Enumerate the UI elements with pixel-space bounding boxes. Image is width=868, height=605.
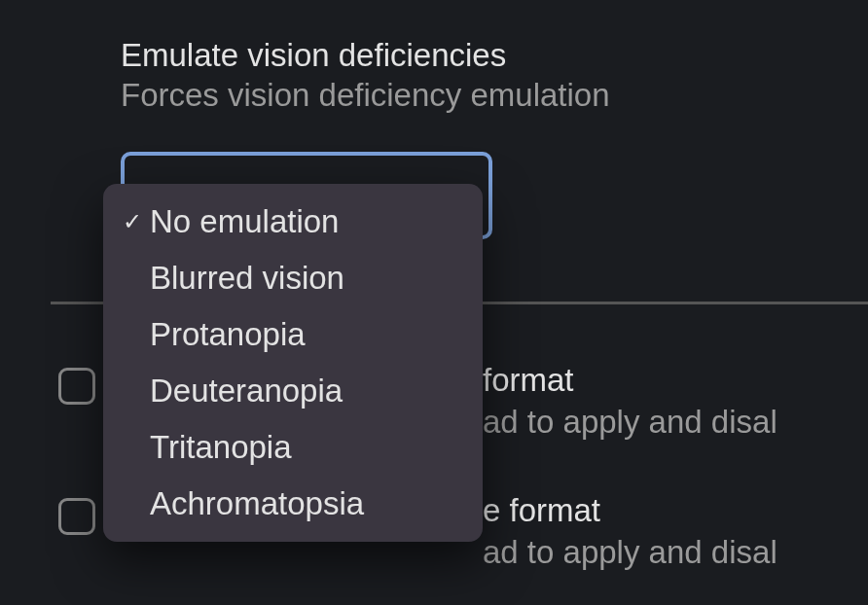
option-text: e format ad to apply and disal (483, 490, 778, 574)
dropdown-item-achromatopsia[interactable]: Achromatopsia (103, 476, 483, 532)
dropdown-item-protanopia[interactable]: Protanopia (103, 306, 483, 363)
dropdown-item-no-emulation[interactable]: ✓ No emulation (103, 194, 483, 250)
dropdown-item-label: Blurred vision (150, 260, 344, 297)
dropdown-item-label: Protanopia (150, 316, 306, 353)
option-title: e format (483, 490, 778, 532)
option-title: format (483, 360, 778, 402)
option-text: format ad to apply and disal (483, 360, 778, 444)
setting-title: Emulate vision deficiencies (121, 35, 868, 75)
checkbox[interactable] (58, 368, 95, 405)
dropdown-item-label: Deuteranopia (150, 373, 343, 409)
checkbox[interactable] (58, 498, 95, 535)
dropdown-item-label: No emulation (150, 203, 339, 240)
dropdown-item-label: Tritanopia (150, 429, 292, 466)
vision-deficiency-dropdown[interactable]: ✓ No emulation Blurred vision Protanopia… (103, 184, 483, 542)
dropdown-item-label: Achromatopsia (150, 485, 364, 522)
option-description: ad to apply and disal (483, 532, 778, 574)
option-description: ad to apply and disal (483, 402, 778, 444)
dropdown-item-deuteranopia[interactable]: Deuteranopia (103, 363, 483, 419)
dropdown-item-tritanopia[interactable]: Tritanopia (103, 419, 483, 476)
dropdown-item-blurred-vision[interactable]: Blurred vision (103, 250, 483, 306)
checkmark-icon: ✓ (117, 208, 148, 235)
setting-description: Forces vision deficiency emulation (121, 75, 868, 117)
